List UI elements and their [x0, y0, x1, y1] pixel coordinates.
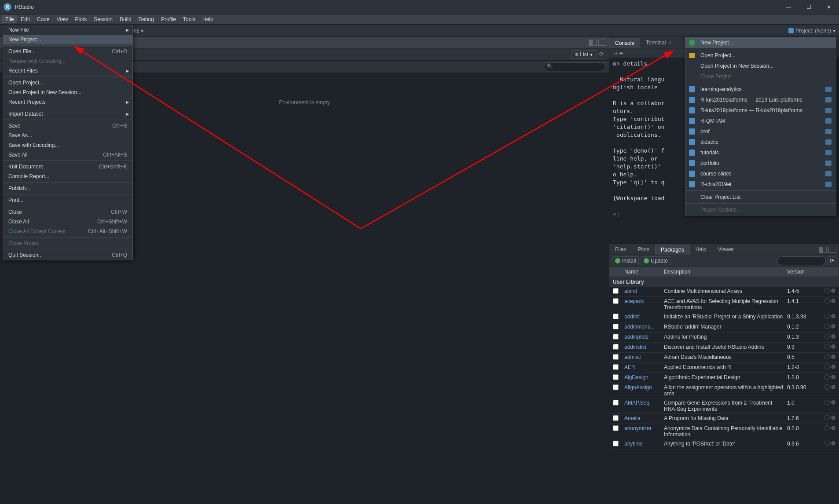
- package-row[interactable]: AmeliaA Program for Missing Data1.7.6: [609, 414, 839, 424]
- file-menu-item[interactable]: SaveCtrl+S: [3, 121, 132, 131]
- web-icon[interactable]: [824, 415, 830, 420]
- remove-icon[interactable]: [831, 324, 835, 329]
- package-row[interactable]: acepackACE and AVAS for Selecting Multip…: [609, 297, 839, 312]
- package-row[interactable]: admiscAdrian Dusa's Miscellaneous0.5: [609, 353, 839, 363]
- file-menu-item[interactable]: Open Project in New Session...: [3, 88, 132, 97]
- web-icon[interactable]: [824, 441, 830, 446]
- web-icon[interactable]: [824, 400, 830, 405]
- package-name[interactable]: AMAP.Seq: [624, 400, 664, 406]
- remove-icon[interactable]: [831, 375, 835, 379]
- package-row[interactable]: anytimeAnything to 'POSIXct' or 'Date'0.…: [609, 439, 839, 449]
- package-checkbox[interactable]: [613, 288, 619, 294]
- package-checkbox[interactable]: [613, 324, 619, 329]
- package-checkbox[interactable]: [613, 415, 619, 421]
- open-in-new-icon[interactable]: [825, 129, 832, 134]
- file-menu-item[interactable]: Open File...Ctrl+O: [3, 47, 132, 56]
- package-name[interactable]: addinmana...: [624, 324, 664, 330]
- file-menu-item[interactable]: Publish...: [3, 183, 132, 193]
- project-menu-item[interactable]: course-slides: [685, 168, 836, 179]
- package-checkbox[interactable]: [613, 314, 619, 319]
- project-menu-item[interactable]: learning-analytics: [685, 84, 836, 95]
- file-menu-item[interactable]: Import Dataset▸: [3, 109, 132, 119]
- open-in-new-icon[interactable]: [825, 150, 832, 155]
- tab-help[interactable]: Help: [690, 244, 712, 255]
- open-in-new-icon[interactable]: [825, 118, 832, 124]
- package-row[interactable]: addinslistDiscover and Install Useful RS…: [609, 343, 839, 353]
- tab-console[interactable]: Console: [609, 38, 640, 48]
- menu-view[interactable]: View: [53, 15, 72, 23]
- remove-icon[interactable]: [831, 365, 835, 369]
- project-menu-item[interactable]: Open Project...: [685, 50, 836, 61]
- project-menu-item[interactable]: didactic: [685, 137, 836, 147]
- close-button[interactable]: ✕: [819, 0, 839, 14]
- file-menu-item[interactable]: Save As...: [3, 131, 132, 140]
- pane-max-icon[interactable]: [598, 40, 606, 46]
- file-menu-item[interactable]: Quit Session...Ctrl+Q: [3, 250, 132, 260]
- package-name[interactable]: addinplots: [624, 334, 664, 340]
- open-in-new-icon[interactable]: [825, 87, 832, 92]
- tab-files[interactable]: Files: [609, 244, 632, 255]
- menu-tools[interactable]: Tools: [180, 15, 199, 23]
- package-checkbox[interactable]: [613, 354, 619, 360]
- package-name[interactable]: addinit: [624, 314, 664, 320]
- file-menu-item[interactable]: Compile Report...: [3, 172, 132, 181]
- web-icon[interactable]: [824, 374, 830, 380]
- remove-icon[interactable]: [831, 416, 835, 420]
- col-desc[interactable]: Description: [664, 269, 787, 275]
- project-menu-item[interactable]: R-luis2019platforms — R-luis2019platform…: [685, 105, 836, 116]
- open-in-new-icon[interactable]: [825, 108, 832, 113]
- file-menu-item[interactable]: New Project...: [3, 35, 132, 44]
- file-menu-item[interactable]: Save AllCtrl+Alt+S: [3, 150, 132, 160]
- open-in-new-icon[interactable]: [825, 97, 832, 102]
- open-in-new-icon[interactable]: [825, 182, 832, 187]
- close-terminal-icon[interactable]: ×: [668, 40, 671, 46]
- web-icon[interactable]: [824, 364, 830, 369]
- web-icon[interactable]: [824, 354, 830, 359]
- remove-icon[interactable]: [831, 441, 835, 446]
- file-menu-item[interactable]: Recent Files▸: [3, 66, 132, 76]
- maximize-button[interactable]: ☐: [799, 0, 819, 14]
- remove-icon[interactable]: [831, 334, 835, 339]
- menu-profile[interactable]: Profile: [158, 15, 180, 23]
- pkg-min-icon[interactable]: [819, 247, 827, 253]
- package-row[interactable]: abindCombine Multidimensional Arrays1.4-…: [609, 287, 839, 297]
- package-checkbox[interactable]: [613, 400, 619, 405]
- remove-icon[interactable]: [831, 400, 835, 405]
- package-name[interactable]: admisc: [624, 354, 664, 360]
- project-menu-item[interactable]: portfolio: [685, 158, 836, 168]
- package-name[interactable]: Amelia: [624, 415, 664, 421]
- package-checkbox[interactable]: [613, 364, 619, 370]
- package-name[interactable]: abind: [624, 288, 664, 294]
- open-in-new-icon[interactable]: [825, 171, 832, 176]
- update-button[interactable]: Update: [641, 256, 671, 265]
- remove-icon[interactable]: [831, 299, 835, 303]
- package-row[interactable]: anonymizerAnonymize Data Containing Pers…: [609, 424, 839, 439]
- package-checkbox[interactable]: [613, 344, 619, 350]
- packages-list[interactable]: User LibraryabindCombine Multidimensiona…: [609, 277, 839, 504]
- tab-packages[interactable]: Packages: [655, 245, 690, 255]
- web-icon[interactable]: [824, 425, 830, 431]
- install-button[interactable]: Install: [612, 256, 639, 265]
- file-menu-item[interactable]: Knit DocumentCtrl+Shift+K: [3, 162, 132, 172]
- file-menu-item[interactable]: Print...: [3, 195, 132, 205]
- menu-session[interactable]: Session: [90, 15, 116, 23]
- package-checkbox[interactable]: [613, 425, 619, 431]
- project-menu-item[interactable]: New Project...: [685, 37, 836, 48]
- package-checkbox[interactable]: [613, 441, 619, 446]
- package-name[interactable]: AlignAssign: [624, 384, 664, 391]
- web-icon[interactable]: [824, 384, 830, 390]
- web-icon[interactable]: [824, 298, 830, 303]
- refresh-env-icon[interactable]: ⟳: [599, 51, 606, 58]
- package-name[interactable]: anytime: [624, 441, 664, 447]
- web-icon[interactable]: [824, 288, 830, 293]
- menu-file[interactable]: File: [2, 15, 17, 23]
- menu-debug[interactable]: Debug: [135, 15, 158, 23]
- package-name[interactable]: anonymizer: [624, 425, 664, 431]
- project-menu-item[interactable]: Open Project in New Session...: [685, 61, 836, 71]
- remove-icon[interactable]: [831, 314, 835, 318]
- project-menu-item[interactable]: R-chis2019ei: [685, 179, 836, 190]
- menu-edit[interactable]: Edit: [17, 15, 33, 23]
- project-menu-item[interactable]: prof: [685, 126, 836, 137]
- package-row[interactable]: addinitInitialize an 'RStudio' Project o…: [609, 312, 839, 322]
- remove-icon[interactable]: [831, 385, 835, 389]
